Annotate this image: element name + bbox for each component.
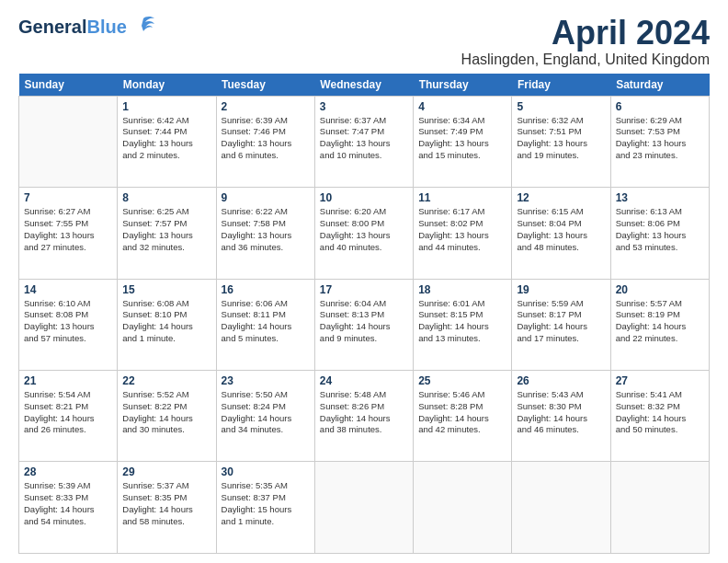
day-headers: SundayMondayTuesdayWednesdayThursdayFrid… xyxy=(19,74,710,97)
day-number: 4 xyxy=(418,100,506,113)
week-row-4: 21Sunrise: 5:54 AMSunset: 8:21 PMDayligh… xyxy=(19,371,710,462)
day-number: 20 xyxy=(616,283,704,296)
day-info: Sunrise: 5:50 AMSunset: 8:24 PMDaylight:… xyxy=(222,389,310,436)
day-info: Sunrise: 6:20 AMSunset: 8:00 PMDaylight:… xyxy=(320,206,408,253)
day-header-friday: Friday xyxy=(512,74,610,97)
day-number: 3 xyxy=(320,100,408,113)
day-number: 23 xyxy=(222,374,310,387)
calendar-cell: 28Sunrise: 5:39 AMSunset: 8:33 PMDayligh… xyxy=(19,462,118,554)
day-info: Sunrise: 5:46 AMSunset: 8:28 PMDaylight:… xyxy=(418,389,506,436)
week-row-1: 1Sunrise: 6:42 AMSunset: 7:44 PMDaylight… xyxy=(19,96,710,187)
calendar-cell: 6Sunrise: 6:29 AMSunset: 7:53 PMDaylight… xyxy=(610,96,709,187)
calendar-cell: 13Sunrise: 6:13 AMSunset: 8:06 PMDayligh… xyxy=(610,188,709,279)
day-info: Sunrise: 6:39 AMSunset: 7:46 PMDaylight:… xyxy=(222,115,310,162)
calendar-cell: 17Sunrise: 6:04 AMSunset: 8:13 PMDayligh… xyxy=(314,279,413,370)
calendar-cell: 23Sunrise: 5:50 AMSunset: 8:24 PMDayligh… xyxy=(216,371,314,462)
day-number: 19 xyxy=(517,283,605,296)
day-info: Sunrise: 5:43 AMSunset: 8:30 PMDaylight:… xyxy=(517,389,605,436)
logo: GeneralBlue xyxy=(18,15,156,39)
calendar-cell: 3Sunrise: 6:37 AMSunset: 7:47 PMDaylight… xyxy=(314,96,413,187)
day-number: 10 xyxy=(320,191,408,204)
day-info: Sunrise: 6:25 AMSunset: 7:57 PMDaylight:… xyxy=(122,206,210,253)
day-number: 18 xyxy=(418,283,506,296)
day-info: Sunrise: 5:54 AMSunset: 8:21 PMDaylight:… xyxy=(24,389,112,436)
calendar-cell: 24Sunrise: 5:48 AMSunset: 8:26 PMDayligh… xyxy=(314,371,413,462)
location: Haslingden, England, United Kingdom xyxy=(461,52,710,68)
day-info: Sunrise: 5:57 AMSunset: 8:19 PMDaylight:… xyxy=(616,298,704,345)
day-info: Sunrise: 6:29 AMSunset: 7:53 PMDaylight:… xyxy=(616,115,704,162)
day-info: Sunrise: 6:27 AMSunset: 7:55 PMDaylight:… xyxy=(24,206,112,253)
day-number: 30 xyxy=(222,465,310,478)
calendar-cell: 9Sunrise: 6:22 AMSunset: 7:58 PMDaylight… xyxy=(216,188,314,279)
calendar-cell: 18Sunrise: 6:01 AMSunset: 8:15 PMDayligh… xyxy=(414,279,512,370)
calendar-cell: 7Sunrise: 6:27 AMSunset: 7:55 PMDaylight… xyxy=(19,188,118,279)
day-info: Sunrise: 5:35 AMSunset: 8:37 PMDaylight:… xyxy=(222,480,310,527)
day-info: Sunrise: 6:13 AMSunset: 8:06 PMDaylight:… xyxy=(616,206,704,253)
day-number: 7 xyxy=(24,191,112,204)
calendar-cell: 30Sunrise: 5:35 AMSunset: 8:37 PMDayligh… xyxy=(216,462,314,554)
day-info: Sunrise: 6:10 AMSunset: 8:08 PMDaylight:… xyxy=(24,298,112,345)
day-number: 28 xyxy=(24,465,112,478)
day-info: Sunrise: 5:39 AMSunset: 8:33 PMDaylight:… xyxy=(24,480,112,527)
calendar-table: SundayMondayTuesdayWednesdayThursdayFrid… xyxy=(18,74,710,554)
day-number: 21 xyxy=(24,374,112,387)
day-number: 27 xyxy=(616,374,704,387)
calendar-cell xyxy=(414,462,512,554)
day-header-thursday: Thursday xyxy=(414,74,512,97)
calendar-cell: 26Sunrise: 5:43 AMSunset: 8:30 PMDayligh… xyxy=(512,371,610,462)
day-info: Sunrise: 6:15 AMSunset: 8:04 PMDaylight:… xyxy=(517,206,605,253)
day-number: 16 xyxy=(222,283,310,296)
calendar-page: GeneralBlue April 2024 Haslingden, Engla… xyxy=(0,0,728,563)
day-info: Sunrise: 5:59 AMSunset: 8:17 PMDaylight:… xyxy=(517,298,605,345)
day-number: 25 xyxy=(418,374,506,387)
week-row-5: 28Sunrise: 5:39 AMSunset: 8:33 PMDayligh… xyxy=(19,462,710,554)
calendar-cell: 27Sunrise: 5:41 AMSunset: 8:32 PMDayligh… xyxy=(610,371,709,462)
title-area: April 2024 Haslingden, England, United K… xyxy=(461,15,710,68)
calendar-cell: 15Sunrise: 6:08 AMSunset: 8:10 PMDayligh… xyxy=(118,279,216,370)
day-number: 17 xyxy=(320,283,408,296)
day-number: 5 xyxy=(517,100,605,113)
day-number: 29 xyxy=(122,465,210,478)
day-header-sunday: Sunday xyxy=(19,74,118,97)
calendar-cell xyxy=(512,462,610,554)
day-number: 22 xyxy=(122,374,210,387)
day-number: 1 xyxy=(122,100,210,113)
day-number: 26 xyxy=(517,374,605,387)
calendar-cell: 2Sunrise: 6:39 AMSunset: 7:46 PMDaylight… xyxy=(216,96,314,187)
day-header-saturday: Saturday xyxy=(610,74,709,97)
calendar-cell: 11Sunrise: 6:17 AMSunset: 8:02 PMDayligh… xyxy=(414,188,512,279)
calendar-cell: 20Sunrise: 5:57 AMSunset: 8:19 PMDayligh… xyxy=(610,279,709,370)
day-info: Sunrise: 6:42 AMSunset: 7:44 PMDaylight:… xyxy=(122,115,210,162)
calendar-cell: 21Sunrise: 5:54 AMSunset: 8:21 PMDayligh… xyxy=(19,371,118,462)
calendar-cell: 12Sunrise: 6:15 AMSunset: 8:04 PMDayligh… xyxy=(512,188,610,279)
day-info: Sunrise: 6:34 AMSunset: 7:49 PMDaylight:… xyxy=(418,115,506,162)
day-header-wednesday: Wednesday xyxy=(314,74,413,97)
logo-general: General xyxy=(18,17,86,37)
day-number: 2 xyxy=(222,100,310,113)
day-number: 12 xyxy=(517,191,605,204)
calendar-cell: 25Sunrise: 5:46 AMSunset: 8:28 PMDayligh… xyxy=(414,371,512,462)
day-info: Sunrise: 5:41 AMSunset: 8:32 PMDaylight:… xyxy=(616,389,704,436)
day-number: 14 xyxy=(24,283,112,296)
month-title: April 2024 xyxy=(461,15,710,52)
calendar-cell: 1Sunrise: 6:42 AMSunset: 7:44 PMDaylight… xyxy=(118,96,216,187)
day-info: Sunrise: 5:52 AMSunset: 8:22 PMDaylight:… xyxy=(122,389,210,436)
day-number: 11 xyxy=(418,191,506,204)
calendar-cell: 8Sunrise: 6:25 AMSunset: 7:57 PMDaylight… xyxy=(118,188,216,279)
day-number: 8 xyxy=(122,191,210,204)
calendar-cell xyxy=(19,96,118,187)
day-info: Sunrise: 6:06 AMSunset: 8:11 PMDaylight:… xyxy=(222,298,310,345)
week-row-3: 14Sunrise: 6:10 AMSunset: 8:08 PMDayligh… xyxy=(19,279,710,370)
calendar-cell: 10Sunrise: 6:20 AMSunset: 8:00 PMDayligh… xyxy=(314,188,413,279)
day-info: Sunrise: 6:17 AMSunset: 8:02 PMDaylight:… xyxy=(418,206,506,253)
calendar-cell: 14Sunrise: 6:10 AMSunset: 8:08 PMDayligh… xyxy=(19,279,118,370)
calendar-cell xyxy=(314,462,413,554)
calendar-cell: 19Sunrise: 5:59 AMSunset: 8:17 PMDayligh… xyxy=(512,279,610,370)
calendar-cell: 16Sunrise: 6:06 AMSunset: 8:11 PMDayligh… xyxy=(216,279,314,370)
day-info: Sunrise: 6:04 AMSunset: 8:13 PMDaylight:… xyxy=(320,298,408,345)
day-info: Sunrise: 6:01 AMSunset: 8:15 PMDaylight:… xyxy=(418,298,506,345)
day-info: Sunrise: 6:32 AMSunset: 7:51 PMDaylight:… xyxy=(517,115,605,162)
week-row-2: 7Sunrise: 6:27 AMSunset: 7:55 PMDaylight… xyxy=(19,188,710,279)
logo-bird-icon xyxy=(131,15,156,35)
calendar-cell: 29Sunrise: 5:37 AMSunset: 8:35 PMDayligh… xyxy=(118,462,216,554)
